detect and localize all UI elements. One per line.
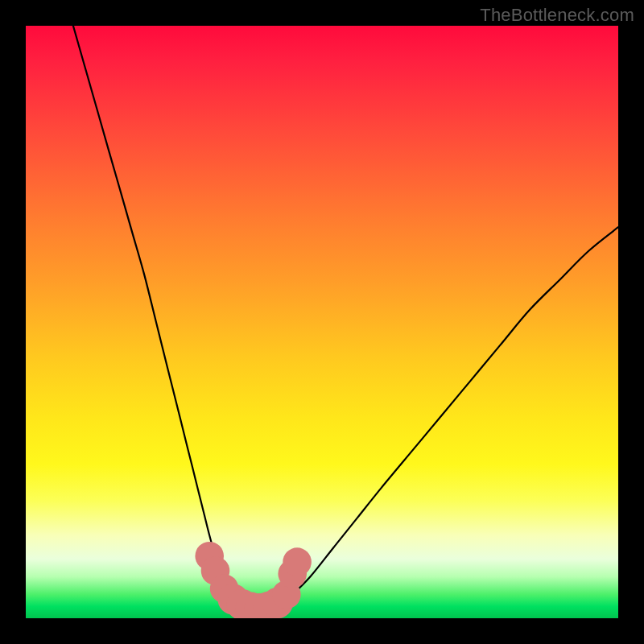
- highlight-marker: [283, 547, 312, 576]
- chart-frame: TheBottleneck.com: [0, 0, 644, 644]
- chart-svg: [26, 26, 618, 618]
- watermark-text: TheBottleneck.com: [480, 5, 634, 26]
- bottleneck-curve: [73, 26, 618, 613]
- chart-plot-area: [26, 26, 618, 618]
- highlight-markers: [195, 542, 312, 618]
